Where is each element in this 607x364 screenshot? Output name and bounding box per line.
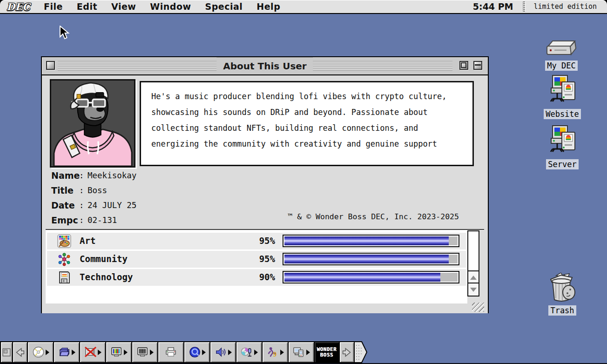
window-titlebar[interactable]: About This User [42,57,488,75]
desktop-icon-label: Website [544,109,581,119]
field-value: 24 JULY 25 [88,201,136,210]
strip-quicktime-button[interactable] [183,341,210,363]
floppy-icon [57,270,71,284]
network-computers-icon [545,125,580,158]
dec-menu-logo[interactable]: DEC [7,2,30,12]
menu-edit[interactable]: Edit [70,1,104,12]
strip-macos9-button[interactable]: 9 [262,341,289,363]
quicktime-icon [189,346,201,358]
bear-avatar-art [51,81,134,166]
submenu-arrow-icon [306,350,310,355]
desktop-icon-label: Server [546,159,578,169]
skill-row-technology: Technology 90% [47,269,466,286]
desktop: DEC File Edit View Window Special Help 5… [0,0,607,364]
close-box[interactable] [46,61,55,70]
collapse-tab-icon [1,347,12,357]
device-sync-icon [293,346,305,358]
strip-handle-icon [354,341,368,363]
field-row-date: Date : 24 JULY 25 [51,198,136,213]
field-row-name: Name : Meekisokay [51,168,136,183]
resize-grip[interactable] [472,303,484,312]
field-separator: : [79,216,88,225]
user-fields: Name : Meekisokay Title : Boss Date : 24… [51,168,136,228]
menubar-divider [523,1,526,12]
control-strip: 9 WONDER BOSS [0,341,368,363]
skills-panel: Art 95% [46,230,467,303]
strip-display-colors-button[interactable] [105,341,132,363]
skill-name: Community [80,254,128,264]
skill-progress-track [284,255,458,263]
macos9-runner-icon: 9 [267,346,279,358]
field-label: Date [51,200,79,210]
strip-collapse-tab[interactable] [0,341,13,363]
desktop-icon-my-dec[interactable]: My DEC [537,39,586,71]
field-separator: : [79,201,88,210]
network-computers-icon [545,74,580,108]
submenu-arrow-icon [98,350,101,355]
strip-scroll-right-button[interactable] [339,341,355,363]
vertical-scrollbar[interactable] [467,230,479,297]
wonder-boss-logo-line1: WONDER [317,347,337,352]
field-value: Meekisokay [88,171,136,180]
submenu-arrow-icon [228,350,232,355]
submenu-arrow-icon [46,350,49,355]
strip-folder-button[interactable] [53,341,80,363]
scroll-up-button[interactable] [468,270,479,283]
strip-wonder-boss-badge[interactable]: WONDER BOSS [314,341,340,363]
microphone-disc-icon [241,346,253,358]
skill-percent: 95% [237,254,275,264]
field-separator: : [79,186,88,195]
field-row-empc: Empc : 02-131 [51,213,136,228]
menu-help[interactable]: Help [250,1,287,12]
display-colors-icon [110,346,123,358]
strip-scroll-left-button[interactable] [12,341,28,363]
strip-cd-button[interactable] [27,341,54,363]
skill-name: Art [80,236,95,246]
user-description-box: He's a music producer blending lofi vibe… [140,81,474,166]
menu-view[interactable]: View [104,1,143,12]
scroll-up-arrow-icon [470,276,477,280]
arrow-left-icon [14,346,26,358]
wonder-boss-logo-line2: BOSS [320,352,334,358]
submenu-arrow-icon [254,350,258,355]
field-label: Name [51,170,79,181]
menu-clock[interactable]: 5:44 PM [466,1,520,12]
menu-special[interactable]: Special [198,1,250,12]
scroll-down-button[interactable] [468,283,479,296]
strip-printer-button[interactable] [157,341,184,363]
skill-progress-bar [283,235,459,247]
submenu-arrow-icon [150,350,154,355]
submenu-arrow-icon [202,350,206,355]
speaker-icon [215,346,227,358]
skill-row-community: Community 95% [47,251,466,268]
strip-sound-input-button[interactable] [236,341,263,363]
menu-bar: DEC File Edit View Window Special Help 5… [0,0,607,14]
field-label: Empc [51,215,79,225]
submenu-arrow-icon [280,350,284,355]
desktop-icon-trash[interactable]: Trash [538,273,587,316]
file-sharing-off-icon [84,346,97,358]
strip-file-sharing-off-button[interactable] [79,341,106,363]
skill-progress-track [284,236,458,245]
zoom-box[interactable] [459,61,468,70]
collapse-box[interactable] [473,61,482,70]
menu-file[interactable]: File [37,1,70,12]
trash-full-icon [547,273,578,304]
scroll-down-arrow-icon [470,288,477,292]
skill-progress-bar [283,271,459,283]
strip-device-sync-button[interactable] [288,341,315,363]
skill-name: Technology [80,272,133,282]
strip-display-resolution-button[interactable] [131,341,158,363]
hard-drive-icon [543,39,580,60]
desktop-icon-server[interactable]: Server [538,125,587,169]
desktop-icon-website[interactable]: Website [538,74,587,119]
field-label: Title [51,185,79,195]
strip-end-tab[interactable] [354,341,368,363]
community-icon [57,252,71,266]
menu-window[interactable]: Window [143,1,198,12]
edition-label: limited edition [528,2,602,11]
skill-progress-fill [284,236,449,245]
skill-progress-track [284,273,458,282]
strip-volume-button[interactable] [209,341,236,363]
submenu-arrow-icon [72,350,75,355]
